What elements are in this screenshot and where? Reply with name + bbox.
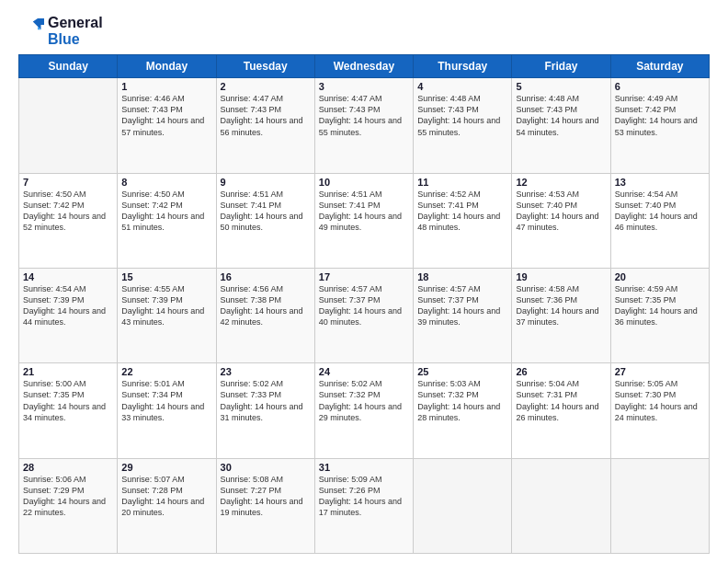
- calendar-cell: [414, 458, 512, 553]
- weekday-header-sunday: Sunday: [19, 55, 118, 78]
- calendar-cell: 27 Sunrise: 5:05 AMSunset: 7:30 PMDaylig…: [610, 363, 709, 458]
- day-number: 3: [319, 81, 409, 92]
- day-info: Sunrise: 5:01 AMSunset: 7:34 PMDaylight:…: [121, 378, 211, 423]
- day-number: 26: [516, 366, 606, 377]
- calendar-cell: 8 Sunrise: 4:50 AMSunset: 7:42 PMDayligh…: [118, 173, 216, 268]
- day-number: 22: [121, 366, 211, 377]
- day-info: Sunrise: 5:05 AMSunset: 7:30 PMDaylight:…: [615, 378, 705, 423]
- calendar-table: SundayMondayTuesdayWednesdayThursdayFrid…: [18, 54, 710, 554]
- calendar-cell: 19 Sunrise: 4:58 AMSunset: 7:36 PMDaylig…: [512, 268, 610, 362]
- calendar-cell: 15 Sunrise: 4:55 AMSunset: 7:39 PMDaylig…: [118, 268, 216, 362]
- calendar-cell: 24 Sunrise: 5:02 AMSunset: 7:32 PMDaylig…: [314, 363, 413, 458]
- day-number: 24: [319, 366, 409, 377]
- day-number: 29: [121, 462, 211, 473]
- calendar-cell: 11 Sunrise: 4:52 AMSunset: 7:41 PMDaylig…: [414, 173, 512, 268]
- calendar-cell: 31 Sunrise: 5:09 AMSunset: 7:26 PMDaylig…: [314, 458, 413, 553]
- day-number: 25: [417, 366, 507, 377]
- logo-icon: [18, 18, 44, 44]
- calendar-cell: [610, 458, 709, 553]
- day-info: Sunrise: 5:08 AMSunset: 7:27 PMDaylight:…: [221, 474, 311, 519]
- calendar-cell: [512, 458, 610, 553]
- day-info: Sunrise: 5:03 AMSunset: 7:32 PMDaylight:…: [417, 378, 507, 423]
- weekday-header-saturday: Saturday: [610, 55, 709, 78]
- day-number: 2: [221, 81, 311, 92]
- calendar-cell: 23 Sunrise: 5:02 AMSunset: 7:33 PMDaylig…: [216, 363, 314, 458]
- day-info: Sunrise: 4:47 AMSunset: 7:43 PMDaylight:…: [319, 93, 409, 138]
- day-number: 16: [221, 271, 311, 282]
- day-info: Sunrise: 5:00 AMSunset: 7:35 PMDaylight:…: [23, 378, 113, 423]
- day-number: 15: [121, 271, 211, 282]
- day-number: 11: [417, 177, 507, 188]
- calendar-cell: 30 Sunrise: 5:08 AMSunset: 7:27 PMDaylig…: [216, 458, 314, 553]
- calendar-cell: 17 Sunrise: 4:57 AMSunset: 7:37 PMDaylig…: [314, 268, 413, 362]
- day-info: Sunrise: 4:47 AMSunset: 7:43 PMDaylight:…: [221, 93, 311, 138]
- calendar-cell: 2 Sunrise: 4:47 AMSunset: 7:43 PMDayligh…: [216, 78, 314, 173]
- day-number: 20: [615, 271, 705, 282]
- day-info: Sunrise: 5:02 AMSunset: 7:32 PMDaylight:…: [319, 378, 409, 423]
- calendar-cell: 21 Sunrise: 5:00 AMSunset: 7:35 PMDaylig…: [19, 363, 118, 458]
- day-number: 19: [516, 271, 606, 282]
- day-number: 18: [417, 271, 507, 282]
- day-info: Sunrise: 4:50 AMSunset: 7:42 PMDaylight:…: [23, 189, 113, 234]
- day-info: Sunrise: 4:57 AMSunset: 7:37 PMDaylight:…: [417, 283, 507, 328]
- calendar-cell: 18 Sunrise: 4:57 AMSunset: 7:37 PMDaylig…: [414, 268, 512, 362]
- day-info: Sunrise: 5:07 AMSunset: 7:28 PMDaylight:…: [121, 474, 211, 519]
- day-info: Sunrise: 4:52 AMSunset: 7:41 PMDaylight:…: [417, 189, 507, 234]
- calendar-cell: 3 Sunrise: 4:47 AMSunset: 7:43 PMDayligh…: [314, 78, 413, 173]
- calendar-cell: 29 Sunrise: 5:07 AMSunset: 7:28 PMDaylig…: [118, 458, 216, 553]
- calendar-cell: 7 Sunrise: 4:50 AMSunset: 7:42 PMDayligh…: [19, 173, 118, 268]
- day-info: Sunrise: 4:56 AMSunset: 7:38 PMDaylight:…: [221, 283, 311, 328]
- calendar-cell: 10 Sunrise: 4:51 AMSunset: 7:41 PMDaylig…: [314, 173, 413, 268]
- header: General Blue: [18, 15, 710, 47]
- day-info: Sunrise: 5:06 AMSunset: 7:29 PMDaylight:…: [23, 474, 113, 519]
- calendar-cell: 13 Sunrise: 4:54 AMSunset: 7:40 PMDaylig…: [610, 173, 709, 268]
- logo-text: General Blue: [48, 15, 103, 47]
- day-info: Sunrise: 4:51 AMSunset: 7:41 PMDaylight:…: [221, 189, 311, 234]
- day-info: Sunrise: 5:04 AMSunset: 7:31 PMDaylight:…: [516, 378, 606, 423]
- day-number: 21: [23, 366, 113, 377]
- calendar-cell: 22 Sunrise: 5:01 AMSunset: 7:34 PMDaylig…: [118, 363, 216, 458]
- day-number: 14: [23, 271, 113, 282]
- weekday-header-monday: Monday: [118, 55, 216, 78]
- day-number: 12: [516, 177, 606, 188]
- calendar-cell: 16 Sunrise: 4:56 AMSunset: 7:38 PMDaylig…: [216, 268, 314, 362]
- day-info: Sunrise: 4:48 AMSunset: 7:43 PMDaylight:…: [417, 93, 507, 138]
- weekday-header-wednesday: Wednesday: [314, 55, 413, 78]
- calendar-cell: 14 Sunrise: 4:54 AMSunset: 7:39 PMDaylig…: [19, 268, 118, 362]
- calendar-cell: 6 Sunrise: 4:49 AMSunset: 7:42 PMDayligh…: [610, 78, 709, 173]
- weekday-header-friday: Friday: [512, 55, 610, 78]
- day-info: Sunrise: 4:54 AMSunset: 7:39 PMDaylight:…: [23, 283, 113, 328]
- day-number: 23: [221, 366, 311, 377]
- day-number: 31: [319, 462, 409, 473]
- calendar-cell: [19, 78, 118, 173]
- day-number: 1: [121, 81, 211, 92]
- calendar-cell: 9 Sunrise: 4:51 AMSunset: 7:41 PMDayligh…: [216, 173, 314, 268]
- day-number: 5: [516, 81, 606, 92]
- day-info: Sunrise: 4:58 AMSunset: 7:36 PMDaylight:…: [516, 283, 606, 328]
- day-info: Sunrise: 4:55 AMSunset: 7:39 PMDaylight:…: [121, 283, 211, 328]
- day-number: 17: [319, 271, 409, 282]
- day-info: Sunrise: 5:09 AMSunset: 7:26 PMDaylight:…: [319, 474, 409, 519]
- calendar-cell: 4 Sunrise: 4:48 AMSunset: 7:43 PMDayligh…: [414, 78, 512, 173]
- day-info: Sunrise: 4:57 AMSunset: 7:37 PMDaylight:…: [319, 283, 409, 328]
- day-number: 13: [615, 177, 705, 188]
- calendar-cell: 1 Sunrise: 4:46 AMSunset: 7:43 PMDayligh…: [118, 78, 216, 173]
- calendar-cell: 5 Sunrise: 4:48 AMSunset: 7:43 PMDayligh…: [512, 78, 610, 173]
- day-info: Sunrise: 4:50 AMSunset: 7:42 PMDaylight:…: [121, 189, 211, 234]
- weekday-header-tuesday: Tuesday: [216, 55, 314, 78]
- weekday-header-thursday: Thursday: [414, 55, 512, 78]
- page: General Blue SundayMondayTuesdayWednesda…: [0, 0, 728, 563]
- day-info: Sunrise: 4:53 AMSunset: 7:40 PMDaylight:…: [516, 189, 606, 234]
- calendar-cell: 26 Sunrise: 5:04 AMSunset: 7:31 PMDaylig…: [512, 363, 610, 458]
- day-info: Sunrise: 4:46 AMSunset: 7:43 PMDaylight:…: [121, 93, 211, 138]
- day-info: Sunrise: 4:59 AMSunset: 7:35 PMDaylight:…: [615, 283, 705, 328]
- calendar-cell: 20 Sunrise: 4:59 AMSunset: 7:35 PMDaylig…: [610, 268, 709, 362]
- day-info: Sunrise: 5:02 AMSunset: 7:33 PMDaylight:…: [221, 378, 311, 423]
- day-number: 27: [615, 366, 705, 377]
- day-number: 9: [221, 177, 311, 188]
- logo: General Blue: [18, 15, 103, 47]
- day-number: 4: [417, 81, 507, 92]
- day-number: 28: [23, 462, 113, 473]
- day-info: Sunrise: 4:54 AMSunset: 7:40 PMDaylight:…: [615, 189, 705, 234]
- calendar-cell: 12 Sunrise: 4:53 AMSunset: 7:40 PMDaylig…: [512, 173, 610, 268]
